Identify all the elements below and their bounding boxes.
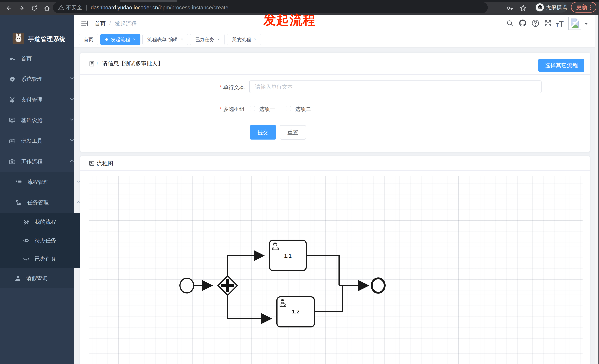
checkbox-option-1-label[interactable]: 选项一: [259, 106, 275, 113]
browser-forward-button[interactable]: [18, 4, 26, 12]
tab-form-edit[interactable]: 流程表单-编辑 ×: [142, 34, 188, 45]
tab-start-process[interactable]: 发起流程 ×: [100, 34, 141, 45]
bpmn-canvas[interactable]: 1.1 1.2: [89, 176, 582, 364]
reload-icon: [31, 4, 38, 12]
tab-label: 发起流程: [111, 36, 130, 43]
sidebar-item-label: 首页: [21, 55, 32, 62]
process-diagram-title: 流程图: [97, 160, 113, 167]
yen-icon: [9, 97, 16, 103]
help-icon[interactable]: [531, 19, 539, 28]
sidebar-item-label: 工作流程: [21, 158, 43, 165]
app-title: 芋道管理系统: [28, 35, 66, 43]
field-label-checkbox-group: *多选框组: [220, 106, 245, 113]
end-event-node[interactable]: [372, 278, 385, 293]
font-size-icon[interactable]: TT: [555, 20, 565, 28]
required-mark: *: [220, 84, 222, 90]
checkbox-option-1[interactable]: [250, 106, 255, 111]
page-scrollbar-thumb[interactable]: [598, 15, 599, 364]
eye-closed-icon: [23, 256, 30, 262]
tab-my-process[interactable]: 我的流程 ×: [227, 34, 261, 45]
bookmark-star-icon[interactable]: [520, 4, 527, 12]
sidebar-item-dev-tools[interactable]: 研发工具: [0, 131, 83, 151]
select-other-process-button[interactable]: 选择其它流程: [538, 59, 584, 72]
sidebar-item-process-mgmt[interactable]: 流程管理: [0, 172, 89, 192]
tab-close-icon[interactable]: ×: [217, 37, 220, 42]
forward-arrow-icon: [18, 4, 26, 12]
parallel-gateway-node[interactable]: [218, 276, 237, 295]
dashboard-icon: [9, 55, 16, 62]
broken-image-icon: [569, 17, 581, 30]
sidebar-item-label: 基础设施: [21, 117, 43, 124]
not-secure-warning-icon[interactable]: [58, 4, 64, 11]
view-tabs-bar: 首页 发起流程 × 流程表单-编辑 × 已办任务 × 我的流程 ×: [74, 31, 599, 47]
sidebar-item-payment[interactable]: 支付管理: [0, 90, 83, 110]
task-label: 1.2: [292, 308, 300, 314]
tab-close-icon[interactable]: ×: [133, 37, 135, 42]
github-icon[interactable]: [519, 19, 527, 28]
user-avatar[interactable]: [568, 17, 581, 30]
checkbox-option-2[interactable]: [286, 106, 291, 111]
tab-home[interactable]: 首页: [79, 34, 98, 45]
list-tree-icon: [16, 179, 22, 186]
search-icon[interactable]: [506, 19, 514, 28]
browser-address-bar[interactable]: 不安全 dashboard.yudao.iocoder.cn/bpm/proce…: [53, 2, 488, 13]
sidebar-item-label: 我的流程: [35, 218, 56, 226]
tab-close-icon[interactable]: ×: [254, 37, 256, 42]
chevron-down-icon: [69, 96, 75, 103]
active-tab-dot: [105, 38, 108, 41]
sidebar: 芋道管理系统 首页 系统管理 支付管理 基础设施 研发工具: [0, 15, 74, 364]
browser-update-button[interactable]: 更新: [571, 2, 596, 13]
chevron-down-icon: [69, 117, 75, 124]
password-key-icon[interactable]: [506, 4, 514, 12]
incognito-icon: [536, 3, 544, 11]
sidebar-item-leave-query[interactable]: 请假查询: [0, 268, 88, 288]
sidebar-item-infrastructure[interactable]: 基础设施: [0, 110, 83, 130]
browser-menu-icon[interactable]: [590, 5, 591, 10]
back-arrow-icon: [5, 4, 13, 12]
url-host[interactable]: dashboard.yudao.iocoder.cn: [91, 5, 158, 11]
tab-close-icon[interactable]: ×: [181, 37, 183, 42]
person-icon: [14, 275, 21, 282]
task-label: 1.1: [284, 253, 292, 259]
user-task-1-1[interactable]: 1.1: [270, 240, 306, 271]
reset-button[interactable]: 重置: [280, 125, 306, 140]
start-event-node[interactable]: [180, 278, 194, 293]
update-label[interactable]: 更新: [576, 3, 588, 11]
incognito-label: 无痕模式: [546, 4, 567, 11]
browser-active-tab-edge: [120, 0, 177, 2]
security-label[interactable]: 不安全: [66, 4, 82, 11]
sidebar-item-system[interactable]: 系统管理: [0, 69, 83, 89]
fullscreen-icon[interactable]: [544, 19, 552, 28]
flow-task2-merge: [314, 286, 343, 311]
url-path[interactable]: /bpm/process-instance/create: [158, 5, 228, 11]
required-mark: *: [220, 106, 222, 112]
submit-button[interactable]: 提交: [250, 125, 276, 140]
avatar-caret-icon[interactable]: [584, 21, 589, 27]
apply-info-title: 申请信息【测试多审批人】: [97, 60, 163, 67]
apply-info-card: 申请信息【测试多审批人】 选择其它流程 *单行文本 *多选框组 选项一 选项二 …: [80, 53, 590, 152]
tab-done-tasks[interactable]: 已办任务 ×: [190, 34, 225, 45]
tab-label: 已办任务: [195, 36, 214, 43]
sidebar-item-task-mgmt[interactable]: 任务管理: [0, 192, 89, 213]
app-logo[interactable]: [13, 33, 24, 44]
sidebar-item-label: 已办任务: [35, 255, 56, 263]
flow-task1-merge: [306, 256, 339, 285]
home-icon: [43, 4, 51, 12]
incognito-badge: 无痕模式: [535, 2, 567, 13]
chevron-up-icon: [69, 158, 75, 165]
sidebar-item-label: 研发工具: [21, 137, 43, 145]
browser-back-button[interactable]: [5, 4, 13, 12]
sidebar-item-workflow[interactable]: 工作流程: [0, 151, 83, 172]
browser-reload-button[interactable]: [31, 4, 38, 12]
sidebar-collapse-button[interactable]: [80, 19, 89, 28]
tab-label: 我的流程: [232, 36, 251, 43]
chevron-down-icon: [69, 137, 75, 144]
browser-home-button[interactable]: [43, 4, 51, 12]
single-line-text-input[interactable]: [249, 80, 542, 93]
svg-text:T: T: [559, 20, 564, 28]
checkbox-option-2-label[interactable]: 选项二: [295, 106, 311, 113]
sidebar-item-home[interactable]: 首页: [0, 48, 83, 69]
svg-text:T: T: [556, 22, 559, 28]
user-task-1-2[interactable]: 1.2: [277, 297, 314, 327]
breadcrumb-home[interactable]: 首页: [95, 20, 106, 27]
